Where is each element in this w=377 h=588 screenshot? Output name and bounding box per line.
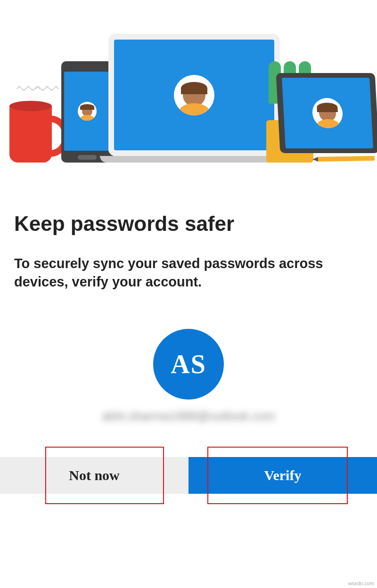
page-title: Keep passwords safer bbox=[14, 212, 363, 236]
tablet-icon bbox=[276, 73, 377, 153]
account-email: abhi.sharma1998@outlook.com bbox=[14, 409, 363, 424]
content-area: Keep passwords safer To securely sync yo… bbox=[0, 188, 377, 424]
action-bar: Not now Verify bbox=[0, 457, 377, 494]
hero-illustration: 〰〰 bbox=[0, 0, 377, 188]
steam-icon: 〰〰 bbox=[16, 76, 54, 104]
laptop-icon bbox=[108, 34, 288, 163]
pencil-icon bbox=[318, 156, 375, 162]
page-description: To securely sync your saved passwords ac… bbox=[14, 254, 363, 291]
mug-icon bbox=[9, 106, 52, 163]
verify-button[interactable]: Verify bbox=[188, 457, 377, 494]
not-now-button[interactable]: Not now bbox=[0, 457, 188, 494]
account-avatar: AS bbox=[153, 329, 224, 400]
watermark-text: wsxdn.com bbox=[348, 580, 374, 586]
account-section: AS abhi.sharma1998@outlook.com bbox=[14, 329, 363, 424]
phone-icon bbox=[61, 61, 113, 163]
